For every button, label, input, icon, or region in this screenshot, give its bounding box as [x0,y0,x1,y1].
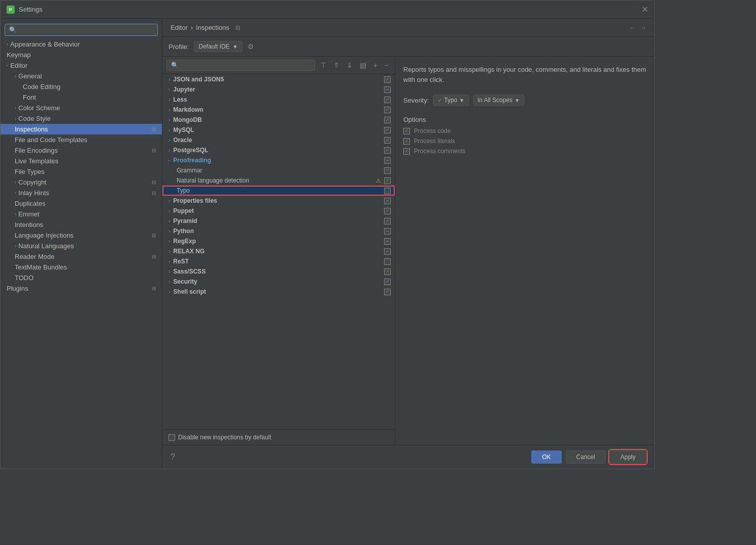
checkbox-properties[interactable]: − [384,198,391,204]
sidebar-item-copyright[interactable]: › Copyright ⊟ [1,177,162,188]
checkbox-less[interactable]: ✓ [384,97,391,103]
sidebar-item-file-types[interactable]: File Types [1,166,162,177]
checkbox-security[interactable]: ✓ [384,279,391,285]
sidebar-item-textmate-bundles[interactable]: TextMate Bundles [1,262,162,272]
checkbox-postgresql[interactable]: ✓ [384,147,391,154]
insp-row-grammar[interactable]: Grammar ✓ [162,165,395,175]
profile-gear-button[interactable]: ⚙ [247,42,254,51]
breadcrumb-editor[interactable]: Editor [171,24,188,31]
sidebar-item-duplicates[interactable]: Duplicates [1,198,162,209]
insp-row-mongodb[interactable]: › MongoDB ✓ [162,115,395,125]
sidebar-search-box[interactable]: 🔍 [5,24,158,36]
sidebar-item-emmet[interactable]: › Emmet [1,209,162,219]
sidebar-item-inspections[interactable]: Inspections ⊟ [1,124,162,134]
checkbox-mongodb[interactable]: ✓ [384,117,391,123]
checkbox-sass[interactable]: ✓ [384,268,391,275]
checkbox-grammar[interactable]: ✓ [384,167,391,174]
sidebar-item-editor[interactable]: › Editor [1,60,162,71]
checkbox-python[interactable]: − [384,228,391,235]
sidebar-item-natural-languages[interactable]: › Natural Languages [1,241,162,251]
checkbox-relax-ng[interactable]: − [384,248,391,255]
sidebar-item-code-style[interactable]: › Code Style [1,113,162,124]
insp-row-natural-lang[interactable]: Natural language detection ⚠ ✓ [162,175,395,186]
filter-button[interactable]: ⊤ [318,60,328,70]
insp-row-mysql[interactable]: › MySQL ✓ [162,125,395,135]
checkbox-proofreading[interactable]: − [384,157,391,164]
sidebar-item-general[interactable]: › General [1,71,162,81]
insp-row-jupyter[interactable]: › Jupyter − [162,84,395,95]
checkbox-shell[interactable]: ✓ [384,289,391,295]
insp-row-json[interactable]: › JSON and JSON5 ✓ [162,74,395,84]
sidebar-item-language-injections[interactable]: Language Injections ⊟ [1,230,162,241]
sidebar-item-inlay-hints[interactable]: › Inlay Hints ⊟ [1,188,162,198]
checkbox-json[interactable]: ✓ [384,76,391,83]
sidebar-item-todo[interactable]: TODO [1,272,162,283]
option-check-literals[interactable]: ✓ [403,138,410,145]
disable-checkbox[interactable] [169,434,175,441]
cancel-button[interactable]: Cancel [566,450,606,464]
insp-row-security[interactable]: › Security ✓ [162,277,395,287]
toggle-view-button[interactable]: ▤ [358,60,368,70]
sidebar-item-plugins[interactable]: Plugins ⊟ [1,283,162,294]
insp-row-properties[interactable]: › Properties files − [162,196,395,206]
sidebar-item-reader-mode[interactable]: Reader Mode ⊟ [1,251,162,262]
insp-label: MongoDB [173,116,381,123]
checkbox-jupyter[interactable]: − [384,86,391,93]
sidebar-item-intentions[interactable]: Intentions [1,219,162,230]
scope-select[interactable]: In All Scopes ▼ [473,95,524,106]
checkbox-pyramid[interactable]: ✓ [384,218,391,224]
insp-row-rest[interactable]: › ReST [162,256,395,266]
insp-label: Proofreading [173,157,381,164]
checkbox-typo[interactable] [384,188,391,194]
apply-button[interactable]: Apply [610,450,646,464]
sidebar-item-code-editing[interactable]: Code Editing [1,81,162,92]
back-icon[interactable]: ← [629,24,636,31]
sidebar-item-file-encodings[interactable]: File Encodings ⊟ [1,145,162,156]
insp-row-regexp[interactable]: › RegExp − [162,236,395,246]
checkbox-mysql[interactable]: ✓ [384,127,391,133]
help-button[interactable]: ? [171,452,175,462]
insp-row-pyramid[interactable]: › Pyramid ✓ [162,216,395,226]
insp-row-shell[interactable]: › Shell script ✓ [162,287,395,297]
checkbox-regexp[interactable]: − [384,238,391,245]
sidebar-item-label: Language Injections [15,232,150,239]
insp-row-less[interactable]: › Less ✓ [162,95,395,105]
disable-check-label[interactable]: Disable new inspections by default [169,434,389,441]
sidebar-item-label: Code Editing [23,83,156,90]
checkbox-natural-lang[interactable]: ✓ [384,177,391,184]
inspections-search-input[interactable] [166,60,315,71]
insp-row-relax-ng[interactable]: › RELAX NG − [162,246,395,256]
close-button[interactable]: ✕ [642,5,648,14]
remove-button[interactable]: − [383,60,391,70]
insp-row-typo[interactable]: Typo [162,186,395,196]
profile-select[interactable]: Default IDE ▼ [194,41,242,52]
sidebar-item-appearance[interactable]: › Appearance & Behavior [1,39,162,50]
forward-icon[interactable]: → [640,24,646,31]
sidebar-item-keymap[interactable]: Keymap [1,50,162,60]
checkbox-markdown[interactable]: ✓ [384,107,391,113]
settings-icon: ⊟ [152,148,156,153]
sidebar-item-file-code-templates[interactable]: File and Code Templates [1,134,162,145]
expand-all-button[interactable]: ⇑ [331,60,342,70]
sidebar-item-font[interactable]: Font [1,92,162,103]
ok-button[interactable]: OK [531,450,561,464]
sidebar-search-input[interactable] [19,26,153,33]
sidebar-item-color-scheme[interactable]: › Color Scheme [1,103,162,113]
sidebar-item-live-templates[interactable]: Live Templates [1,156,162,166]
footer: ? OK Cancel Apply [162,445,654,469]
checkbox-oracle[interactable]: ✓ [384,137,391,144]
insp-row-oracle[interactable]: › Oracle ✓ [162,135,395,145]
insp-row-sass[interactable]: › Sass/SCSS ✓ [162,266,395,277]
option-check-comments[interactable]: ✓ [403,148,410,155]
insp-row-python[interactable]: › Python − [162,226,395,236]
option-check-code[interactable]: ✓ [403,128,410,134]
severity-select[interactable]: ✓ Typo ▼ [433,95,469,106]
checkbox-rest[interactable] [384,258,391,265]
checkbox-puppet[interactable]: ✓ [384,208,391,214]
insp-row-proofreading[interactable]: › Proofreading − [162,155,395,165]
insp-row-postgresql[interactable]: › PostgreSQL ✓ [162,145,395,155]
collapse-all-button[interactable]: ⇓ [345,60,355,70]
add-button[interactable]: + [371,60,380,70]
insp-row-puppet[interactable]: › Puppet ✓ [162,206,395,216]
insp-row-markdown[interactable]: › Markdown ✓ [162,105,395,115]
